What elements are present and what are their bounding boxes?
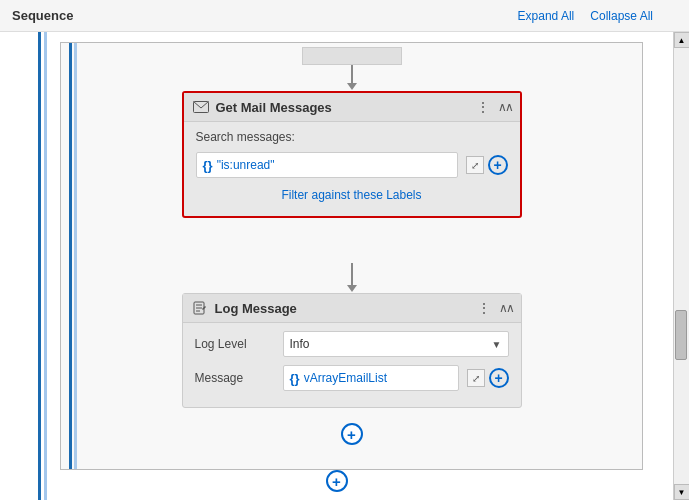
get-mail-collapse-icon[interactable]: ∧∧ [498, 100, 512, 114]
get-mail-messages-card: Get Mail Messages ⋮ ∧∧ Search messages: … [182, 91, 522, 218]
message-input-field[interactable]: {} vArrayEmailList [283, 365, 459, 391]
add-between-button[interactable]: + [341, 423, 363, 445]
add-between-btn-wrapper: + [341, 423, 363, 445]
canvas: Get Mail Messages ⋮ ∧∧ Search messages: … [0, 32, 673, 500]
top-bar: Sequence Expand All Collapse All [0, 0, 689, 32]
message-value: vArrayEmailList [304, 371, 387, 385]
log-message-menu-icon[interactable]: ⋮ [475, 300, 493, 316]
left-accent-line-2 [44, 32, 47, 500]
mail-svg [193, 101, 209, 113]
arrow-1-line [351, 65, 353, 83]
message-label: Message [195, 371, 275, 385]
inner-accent-line-1 [69, 43, 72, 469]
top-bar-actions: Expand All Collapse All [518, 9, 653, 23]
log-level-select[interactable]: Info ▼ [283, 331, 509, 357]
message-row: Message {} vArrayEmailList ⤢ + [195, 365, 509, 391]
message-plus-circle[interactable]: + [489, 368, 509, 388]
top-connector-bar [302, 47, 402, 65]
log-message-card: Log Message ⋮ ∧∧ Log Level Info ▼ [182, 293, 522, 408]
sequence-container: Get Mail Messages ⋮ ∧∧ Search messages: … [60, 42, 643, 470]
log-level-arrow-icon: ▼ [492, 339, 502, 350]
search-plus-circle[interactable]: + [488, 155, 508, 175]
search-input-field[interactable]: {} "is:unread" [196, 152, 458, 178]
scrollbar-thumb-area [674, 48, 689, 484]
log-svg [193, 301, 207, 315]
get-mail-title: Get Mail Messages [216, 100, 468, 115]
log-level-label: Log Level [195, 337, 275, 351]
arrow-1-head [347, 83, 357, 90]
inner-accent-line-2 [74, 43, 77, 469]
log-level-row: Log Level Info ▼ [195, 331, 509, 357]
search-input-row: {} "is:unread" ⤢ + [196, 152, 508, 178]
search-label: Search messages: [196, 130, 295, 144]
add-bottom-button[interactable]: + [326, 470, 348, 492]
collapse-all-link[interactable]: Collapse All [590, 9, 653, 23]
scrollbar-thumb[interactable] [675, 310, 687, 360]
message-expand-icon[interactable]: ⤢ [467, 369, 485, 387]
scrollbar-vertical: ▲ ▼ [673, 32, 689, 500]
add-bottom-btn-wrapper: + [326, 470, 348, 492]
message-curly-icon: {} [290, 371, 300, 386]
arrow-2-head [347, 285, 357, 292]
get-mail-header: Get Mail Messages ⋮ ∧∧ [184, 93, 520, 122]
get-mail-menu-icon[interactable]: ⋮ [474, 99, 492, 115]
scrollbar-up-button[interactable]: ▲ [674, 32, 690, 48]
search-field-actions: ⤢ + [466, 155, 508, 175]
log-message-body: Log Level Info ▼ Message {} vArrayEmailL… [183, 323, 521, 407]
scrollbar-down-button[interactable]: ▼ [674, 484, 690, 500]
search-expand-icon[interactable]: ⤢ [466, 156, 484, 174]
arrow-2 [347, 263, 357, 292]
arrow-1 [347, 65, 357, 90]
search-value: "is:unread" [217, 158, 275, 172]
mail-icon [192, 100, 210, 114]
left-accent-line-1 [38, 32, 41, 500]
log-message-header: Log Message ⋮ ∧∧ [183, 294, 521, 323]
message-field-actions: ⤢ + [467, 368, 509, 388]
get-mail-body: Search messages: {} "is:unread" ⤢ + Filt… [184, 122, 520, 216]
sequence-title: Sequence [12, 8, 73, 23]
filter-labels-link[interactable]: Filter against these Labels [196, 186, 508, 208]
arrow-2-line [351, 263, 353, 285]
main-canvas: Get Mail Messages ⋮ ∧∧ Search messages: … [0, 32, 689, 500]
log-icon [191, 301, 209, 315]
log-message-title: Log Message [215, 301, 469, 316]
log-message-collapse-icon[interactable]: ∧∧ [499, 301, 513, 315]
search-curly-icon: {} [203, 158, 213, 173]
expand-all-link[interactable]: Expand All [518, 9, 575, 23]
search-messages-row: Search messages: [196, 130, 508, 144]
log-level-value: Info [290, 337, 488, 351]
